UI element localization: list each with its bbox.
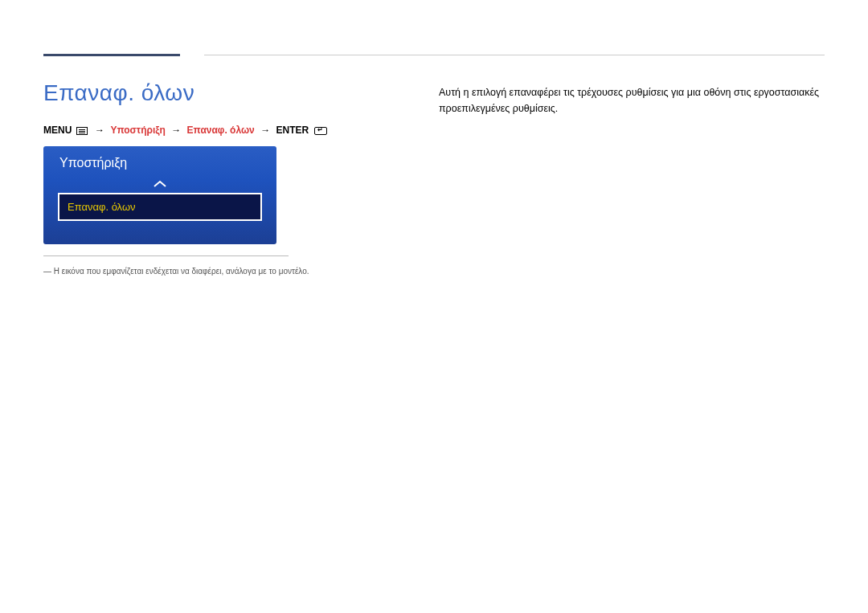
breadcrumb-arrow: → [95,125,104,136]
description-text: Αυτή η επιλογή επαναφέρει τις τρέχουσες … [439,84,825,116]
menu-icon [76,127,88,135]
enter-icon [314,127,327,135]
breadcrumb-enter-label: ENTER [276,125,309,136]
osd-panel-title: Υποστήριξη [43,146,276,177]
header-accent-bar [43,54,180,56]
footnote-text: ― Η εικόνα που εμφανίζεται ενδέχεται να … [43,267,309,276]
header-divider [204,55,825,55]
breadcrumb-arrow: → [171,125,181,136]
breadcrumb-support: Υποστήριξη [110,125,166,136]
osd-footer-divider [43,255,289,256]
breadcrumb-menu-label: MENU [43,125,72,136]
breadcrumb-arrow: → [260,125,270,136]
breadcrumb-reset: Επαναφ. όλων [187,125,255,136]
osd-item-label: Επαναφ. όλων [68,201,136,213]
osd-panel: Υποστήριξη Επαναφ. όλων [43,146,276,244]
page-title: Επαναφ. όλων [43,80,194,106]
breadcrumb: MENU → Υποστήριξη → Επαναφ. όλων → ENTER [43,125,327,136]
osd-item-reset-all[interactable]: Επαναφ. όλων [58,193,262,221]
chevron-up-icon [153,177,167,191]
osd-chevron-up-row[interactable] [43,177,276,190]
